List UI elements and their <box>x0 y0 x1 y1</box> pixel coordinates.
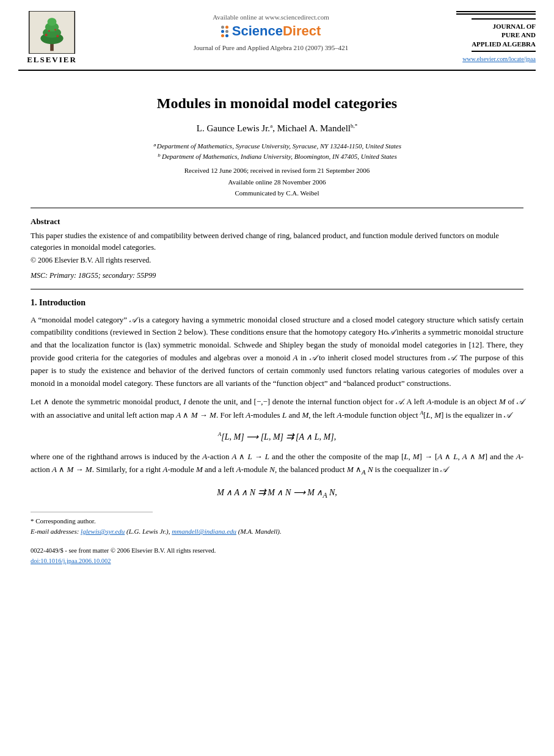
bottom-info-doi: doi:10.1016/j.jpaa.2006.10.002 <box>31 556 523 567</box>
abstract-heading: Abstract <box>31 217 523 227</box>
msc-text: MSC: Primary: 18G55; secondary: 55P99 <box>31 271 523 280</box>
footnote-divider <box>31 512 153 512</box>
intro-paragraph-2: Let ∧ denote the symmetric monoidal prod… <box>31 396 523 422</box>
math-equation-2: M ∧ A ∧ N ⇉ M ∧ N ⟶ M ∧A N, <box>31 486 523 500</box>
header-right: JOURNAL OFPURE ANDAPPLIED ALGEBRA www.el… <box>456 11 536 62</box>
authors: L. Gaunce Lewis Jr.a, Michael A. Mandell… <box>31 123 523 134</box>
email-label: E-mail addresses: <box>31 528 79 535</box>
page: ELSEVIER Available online at www.science… <box>0 0 554 756</box>
intro-heading: 1. Introduction <box>31 298 523 308</box>
affiliation-b: ᵇ Department of Mathematics, Indiana Uni… <box>31 151 523 162</box>
sciencedirect-logo: ScienceDirect <box>221 23 321 39</box>
bottom-info: 0022-4049/$ - see front matter © 2006 El… <box>31 546 523 567</box>
footnote-name-1: (L.G. Lewis Jr.), <box>126 528 170 535</box>
header-left: ELSEVIER <box>18 11 86 65</box>
footnote-emails: E-mail addresses: lglewis@syr.edu (L.G. … <box>31 526 523 537</box>
sd-dots-icon <box>221 26 228 37</box>
journal-url[interactable]: www.elsevier.com/locate/jpaa <box>462 56 536 62</box>
introduction-section: 1. Introduction A “monoidal model catego… <box>31 298 523 500</box>
email-link-1[interactable]: lglewis@syr.edu <box>81 528 125 535</box>
intro-paragraph-3: where one of the righthand arrows is ind… <box>31 451 523 478</box>
affiliation-a: ᵃ Department of Mathematics, Syracuse Un… <box>31 141 523 151</box>
elsevier-logo: ELSEVIER <box>18 11 86 65</box>
svg-point-7 <box>56 35 59 37</box>
email-link-2[interactable]: mmandell@indiana.edu <box>172 528 236 535</box>
math-equation-1: A[L, M] ⟶ [L, M] ⇉ [A ∧ L, M], <box>31 431 523 442</box>
footnote-name-2: (M.A. Mandell). <box>238 528 282 535</box>
intro-paragraph-1: A “monoidal model category” 𝒜 is a categ… <box>31 314 523 390</box>
abstract-divider-top <box>31 208 523 208</box>
header-center: Available online at www.sciencedirect.co… <box>86 11 456 51</box>
main-content: Modules in monoidal model categories L. … <box>0 71 554 579</box>
sciencedirect-text: ScienceDirect <box>232 23 321 39</box>
affiliations: ᵃ Department of Mathematics, Syracuse Un… <box>31 141 523 161</box>
elsevier-wordmark: ELSEVIER <box>27 55 77 65</box>
elsevier-tree-icon <box>27 11 76 54</box>
dates: Received 12 June 2006; received in revis… <box>31 165 523 199</box>
journal-subtitle: Journal of Pure and Applied Algebra 210 … <box>194 44 349 51</box>
footnote-corresponding: * Corresponding author. <box>31 516 523 527</box>
footnote-star-label: * Corresponding author. <box>31 517 96 525</box>
journal-label: JOURNAL OFPURE ANDAPPLIED ALGEBRA <box>472 18 536 52</box>
bottom-info-rights: 0022-4049/$ - see front matter © 2006 El… <box>31 546 523 556</box>
abstract-text: This paper studies the existence of and … <box>31 230 523 253</box>
copyright-text: © 2006 Elsevier B.V. All rights reserved… <box>31 256 523 265</box>
intro-divider <box>31 289 523 289</box>
header: ELSEVIER Available online at www.science… <box>0 0 554 70</box>
svg-point-5 <box>48 18 57 26</box>
svg-point-6 <box>45 34 48 36</box>
svg-point-9 <box>54 29 56 31</box>
svg-point-8 <box>48 30 50 32</box>
abstract-section: Abstract This paper studies the existenc… <box>31 217 523 265</box>
doi-link[interactable]: doi:10.1016/j.jpaa.2006.10.002 <box>31 558 111 564</box>
available-online-text: Available online at www.sciencedirect.co… <box>213 13 329 21</box>
paper-title: Modules in monoidal model categories <box>31 95 523 112</box>
